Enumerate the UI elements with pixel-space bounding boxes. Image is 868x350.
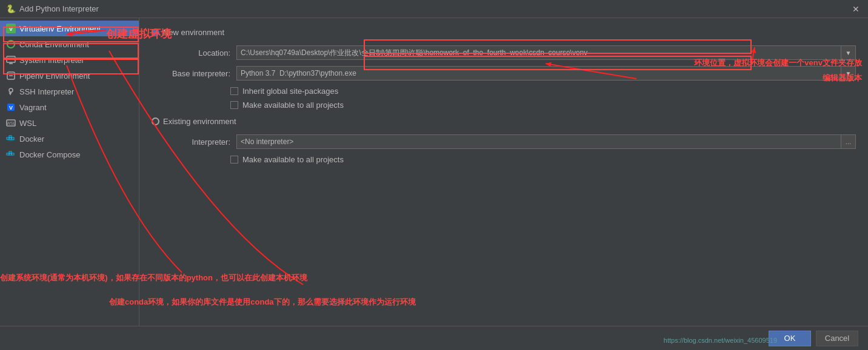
url-text: https://blog.csdn.net/weixin_45609519 bbox=[664, 337, 777, 344]
make-available-existing-row: Make available to all projects bbox=[230, 155, 856, 164]
sidebar-item-ssh[interactable]: SSH Interpreter bbox=[0, 84, 139, 99]
interpreter-row: Interpreter: <No interpreter> … bbox=[164, 134, 856, 149]
svg-rect-13 bbox=[7, 137, 9, 139]
ssh-icon bbox=[6, 87, 16, 96]
svg-rect-19 bbox=[12, 153, 14, 155]
monitor-icon bbox=[6, 55, 16, 65]
svg-rect-17 bbox=[7, 153, 9, 155]
sidebar-item-system[interactable]: System Interpreter bbox=[0, 52, 139, 68]
svg-point-8 bbox=[9, 88, 13, 92]
sidebar-item-docker[interactable]: Docker bbox=[0, 131, 139, 147]
wsl-icon: WSL bbox=[6, 118, 16, 128]
make-available-existing-label: Make available to all projects bbox=[242, 155, 344, 164]
new-env-radio[interactable] bbox=[152, 28, 159, 36]
vagrant-icon: V bbox=[6, 102, 16, 112]
dialog-title: Add Python Interpreter bbox=[19, 4, 99, 13]
sidebar-item-docker-compose[interactable]: Docker Compose bbox=[0, 147, 139, 162]
svg-rect-15 bbox=[12, 137, 14, 139]
existing-env-title: Existing environment bbox=[152, 117, 856, 126]
app-icon: 🐍 bbox=[6, 4, 16, 14]
title-bar: 🐍 Add Python Interpreter ✕ bbox=[0, 0, 868, 18]
interpreter-label: Interpreter: bbox=[164, 137, 230, 147]
base-interpreter-row: Base interpreter: ▼ bbox=[164, 66, 856, 81]
make-available-existing-checkbox[interactable] bbox=[230, 156, 238, 163]
make-available-new-row: Make available to all projects bbox=[230, 101, 856, 110]
existing-env-label: Existing environment bbox=[163, 117, 236, 126]
cancel-button[interactable]: Cancel bbox=[816, 331, 858, 346]
sidebar-item-vagrant[interactable]: V Vagrant bbox=[0, 99, 139, 115]
left-panel: V Virtualenv Environment Conda Environme… bbox=[0, 18, 139, 326]
close-button[interactable]: ✕ bbox=[850, 3, 862, 15]
svg-text:V: V bbox=[9, 26, 13, 32]
sidebar-label-conda: Conda Environment bbox=[19, 40, 89, 49]
sidebar-item-virtualenv[interactable]: V Virtualenv Environment bbox=[0, 21, 139, 36]
sidebar-label-ssh: SSH Interpreter bbox=[19, 87, 74, 96]
interpreter-select[interactable]: <No interpreter> bbox=[236, 134, 841, 149]
svg-text:WSL: WSL bbox=[6, 121, 15, 125]
inherit-checkbox-row: Inherit global site-packages bbox=[230, 87, 856, 96]
sidebar-label-system: System Interpreter bbox=[19, 56, 84, 65]
base-interpreter-input-wrapper: ▼ bbox=[236, 66, 856, 81]
interpreter-select-wrapper: <No interpreter> … bbox=[236, 134, 856, 149]
new-environment-section: New environment bbox=[152, 28, 856, 37]
sidebar-label-virtualenv: Virtualenv Environment bbox=[19, 24, 101, 33]
location-input[interactable] bbox=[236, 45, 841, 60]
pipenv-icon bbox=[6, 71, 16, 81]
inherit-checkbox[interactable] bbox=[230, 87, 238, 95]
sidebar-item-conda[interactable]: Conda Environment bbox=[0, 36, 139, 52]
virtualenv-icon: V bbox=[6, 24, 16, 33]
base-interpreter-browse-button[interactable]: ▼ bbox=[841, 66, 856, 81]
sidebar-label-vagrant: Vagrant bbox=[19, 103, 47, 112]
dialog-body: V Virtualenv Environment Conda Environme… bbox=[0, 18, 868, 326]
sidebar-label-docker: Docker bbox=[19, 134, 44, 144]
interpreter-more-button[interactable]: … bbox=[841, 134, 856, 149]
make-available-new-checkbox[interactable] bbox=[230, 101, 238, 109]
docker-compose-icon bbox=[6, 150, 16, 159]
existing-environment-section: Existing environment Interpreter: <No in… bbox=[152, 117, 856, 164]
sidebar-label-docker-compose: Docker Compose bbox=[19, 150, 80, 159]
location-label: Location: bbox=[164, 48, 230, 58]
base-interpreter-input[interactable] bbox=[236, 66, 841, 81]
conda-icon bbox=[6, 39, 16, 49]
existing-env-radio[interactable] bbox=[152, 117, 159, 125]
make-available-new-label: Make available to all projects bbox=[242, 101, 344, 110]
inherit-label: Inherit global site-packages bbox=[242, 87, 338, 96]
sidebar-label-pipenv: Pipenv Environment bbox=[19, 71, 90, 81]
svg-rect-16 bbox=[9, 136, 12, 137]
svg-text:V: V bbox=[9, 105, 13, 111]
new-env-label: New environment bbox=[163, 28, 224, 37]
svg-point-2 bbox=[7, 41, 15, 48]
base-interpreter-label: Base interpreter: bbox=[164, 69, 230, 78]
sidebar-item-pipenv[interactable]: Pipenv Environment bbox=[0, 68, 139, 84]
sidebar-item-wsl[interactable]: WSL WSL bbox=[0, 115, 139, 131]
location-input-wrapper: ▼ bbox=[236, 45, 856, 60]
location-row: Location: ▼ bbox=[164, 45, 856, 60]
svg-rect-3 bbox=[7, 56, 15, 62]
svg-rect-20 bbox=[9, 151, 12, 153]
right-panel: New environment Location: ▼ Base interpr… bbox=[139, 18, 868, 326]
docker-icon bbox=[6, 134, 16, 144]
sidebar-label-wsl: WSL bbox=[19, 119, 36, 128]
location-browse-button[interactable]: ▼ bbox=[841, 45, 856, 60]
